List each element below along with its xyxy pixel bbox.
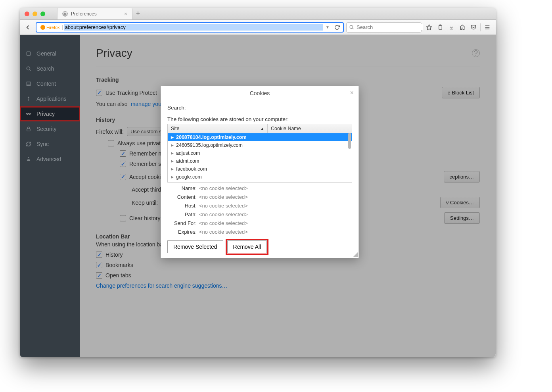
disclosure-triangle-icon: ▶ — [171, 159, 174, 163]
cookies-dialog: Cookies × Search: The following cookies … — [161, 86, 359, 258]
svg-marker-3 — [426, 25, 431, 30]
toolbar-actions — [424, 22, 493, 33]
cookie-search-input[interactable] — [193, 103, 352, 112]
cookie-sendfor-value: <no cookie selected> — [199, 220, 248, 226]
url-dropdown-icon[interactable]: ▼ — [323, 25, 332, 29]
cookie-row[interactable]: ▶google.com — [168, 173, 352, 181]
disclosure-triangle-icon: ▶ — [171, 143, 174, 147]
window-titlebar: Preferences × + — [20, 8, 496, 20]
cookie-stored-desc: The following cookies are stored on your… — [167, 116, 352, 122]
disclosure-triangle-icon: ▶ — [171, 175, 174, 179]
search-icon — [349, 25, 354, 30]
pocket-icon[interactable] — [468, 22, 479, 33]
remove-selected-button[interactable]: Remove Selected — [167, 240, 223, 253]
tab-label: Preferences — [71, 11, 97, 17]
search-input[interactable] — [356, 24, 423, 30]
cookie-row[interactable]: ▶facebook.com — [168, 165, 352, 173]
clipboard-icon[interactable] — [435, 22, 445, 33]
downloads-icon[interactable] — [446, 22, 456, 33]
cookie-table-body[interactable]: ▶206878104.log.optimizely.com ▶246059135… — [168, 133, 352, 183]
firefox-icon — [40, 25, 45, 30]
cookie-expires-value: <no cookie selected> — [199, 229, 248, 235]
traffic-lights — [20, 12, 45, 16]
dialog-close-button[interactable]: × — [350, 89, 354, 96]
disclosure-triangle-icon: ▶ — [171, 167, 174, 171]
bookmark-star-icon[interactable] — [424, 22, 434, 33]
cookie-content-value: <no cookie selected> — [199, 194, 248, 200]
url-text[interactable]: about:preferences#privacy — [64, 24, 323, 31]
dialog-title: Cookies × — [161, 86, 358, 100]
svg-rect-6 — [450, 29, 453, 29]
reload-button[interactable] — [332, 24, 341, 31]
browser-window: Preferences × + Firefox about:preference… — [20, 8, 496, 357]
cookie-row[interactable]: ▶206878104.log.optimizely.com — [168, 133, 352, 141]
tab-strip: Preferences × + — [57, 8, 144, 19]
new-tab-button[interactable]: + — [132, 8, 144, 19]
search-bar[interactable] — [346, 22, 422, 33]
col-cookie-name[interactable]: Cookie Name — [268, 124, 352, 133]
close-window-button[interactable] — [25, 12, 29, 16]
zoom-window-button[interactable] — [40, 12, 45, 16]
back-button[interactable] — [22, 22, 33, 33]
cookie-table-header: Site▲ Cookie Name — [168, 124, 352, 133]
content-area: General Search Content Applications Priv… — [20, 35, 496, 357]
cookie-table: Site▲ Cookie Name ▶206878104.log.optimiz… — [167, 124, 352, 183]
svg-line-2 — [353, 28, 353, 29]
menu-icon[interactable] — [482, 22, 493, 33]
svg-point-1 — [350, 25, 353, 29]
cookie-row[interactable]: ▶246059135.log.optimizely.com — [168, 141, 352, 149]
disclosure-triangle-icon: ▶ — [171, 135, 174, 139]
identity-badge[interactable]: Firefox — [38, 25, 63, 30]
col-site[interactable]: Site▲ — [168, 124, 268, 133]
cookie-host-value: <no cookie selected> — [199, 203, 248, 209]
tab-preferences[interactable]: Preferences × — [57, 8, 132, 19]
navigation-toolbar: Firefox about:preferences#privacy ▼ — [20, 20, 496, 35]
svg-point-0 — [64, 13, 66, 15]
toolbar-divider — [480, 23, 481, 31]
cookie-search-label: Search: — [167, 105, 190, 111]
remove-all-button[interactable]: Remove All — [227, 240, 267, 253]
url-bar[interactable]: Firefox about:preferences#privacy ▼ — [36, 22, 344, 33]
cookie-row[interactable]: ▶adjust.com — [168, 149, 352, 157]
cookie-row[interactable]: ▶atdmt.com — [168, 157, 352, 165]
disclosure-triangle-icon: ▶ — [171, 151, 174, 155]
tab-close-button[interactable]: × — [124, 11, 127, 17]
scrollbar-thumb[interactable] — [348, 133, 351, 149]
home-icon[interactable] — [457, 22, 468, 33]
resize-grip-icon[interactable]: ◢ — [353, 252, 358, 257]
minimize-window-button[interactable] — [33, 12, 37, 16]
sort-asc-icon: ▲ — [261, 127, 264, 131]
cookie-name-value: <no cookie selected> — [199, 185, 248, 191]
cookie-path-value: <no cookie selected> — [199, 211, 248, 217]
gear-icon — [62, 11, 68, 17]
